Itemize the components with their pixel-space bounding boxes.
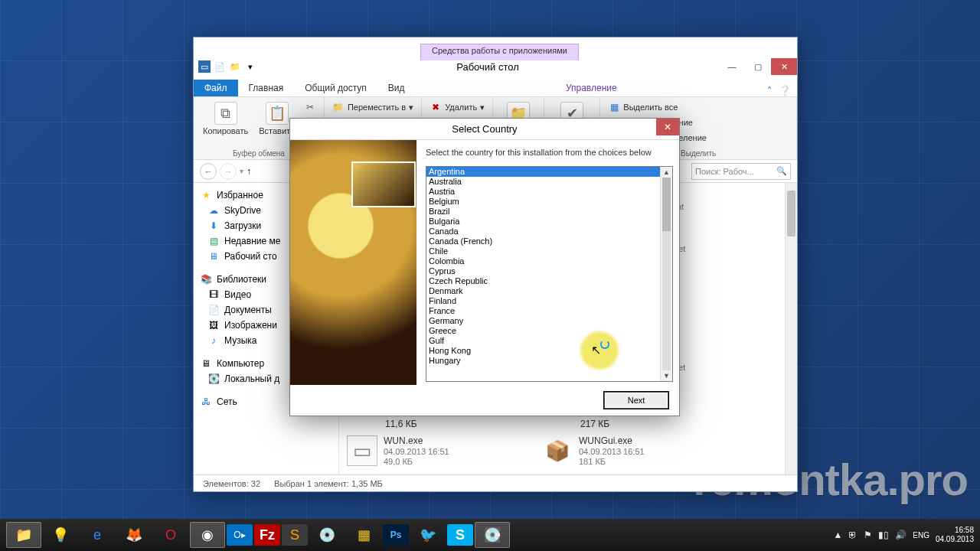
status-selection: Выбран 1 элемент: 1,35 МБ bbox=[274, 479, 383, 488]
taskbar-opera[interactable]: O bbox=[153, 522, 188, 548]
tab-home[interactable]: Главная bbox=[238, 80, 295, 96]
dialog-close-button[interactable]: ✕ bbox=[656, 119, 679, 135]
select-all-button[interactable]: ▦Выделить все bbox=[606, 100, 679, 114]
back-button[interactable]: ← bbox=[200, 163, 217, 180]
scissors-icon: ✂ bbox=[304, 101, 316, 113]
country-listbox[interactable]: ArgentinaAustraliaAustriaBelgiumBrazilBu… bbox=[426, 166, 673, 382]
country-option[interactable]: Cyprus bbox=[426, 266, 660, 276]
up-button[interactable]: ↑ bbox=[247, 166, 251, 177]
recent-icon: ▤ bbox=[207, 235, 220, 247]
next-button[interactable]: Next bbox=[604, 392, 668, 409]
country-option[interactable]: Argentina bbox=[426, 167, 660, 177]
status-item-count: Элементов: 32 bbox=[203, 479, 260, 488]
file-size-right: 217 КБ bbox=[580, 419, 609, 429]
country-option[interactable]: Australia bbox=[426, 177, 660, 187]
taskbar-firefox[interactable]: 🦊 bbox=[116, 522, 152, 548]
country-option[interactable]: Bulgaria bbox=[426, 217, 660, 227]
taskbar[interactable]: 📁 💡 e 🦊 O ◉ O▸ Fz S 💿 ▦ Ps 🐦 S 💽 ▲ ⛨ ⚑ ▮… bbox=[0, 519, 980, 551]
search-input[interactable]: Поиск: Рабоч...🔍 bbox=[691, 163, 791, 180]
tray-volume-icon[interactable]: 🔊 bbox=[895, 530, 906, 540]
scroll-down-icon[interactable]: ▼ bbox=[661, 370, 672, 381]
taskbar-twitter[interactable]: 🐦 bbox=[410, 522, 446, 548]
qat-dropdown-icon[interactable]: ▾ bbox=[244, 60, 256, 73]
delete-button[interactable]: ✖Удалить ▾ bbox=[428, 100, 486, 114]
qat-properties-icon[interactable]: 📄 bbox=[214, 60, 226, 73]
country-option[interactable]: Colombia bbox=[426, 256, 660, 266]
tray-network-icon[interactable]: ▮▯ bbox=[878, 530, 889, 540]
maximize-button[interactable]: ▢ bbox=[745, 58, 771, 75]
taskbar-tips[interactable]: 💡 bbox=[43, 522, 78, 548]
quick-access-toolbar: ▭ 📄 📁 ▾ bbox=[198, 60, 256, 73]
content-scrollbar[interactable] bbox=[785, 183, 797, 474]
cut-button[interactable]: ✂ bbox=[302, 100, 318, 114]
taskbar-explorer[interactable]: 📁 bbox=[6, 522, 41, 548]
country-option[interactable]: Hungary bbox=[426, 356, 660, 366]
move-to-button[interactable]: 📁Переместить в ▾ bbox=[331, 100, 415, 114]
history-dropdown-icon[interactable]: ▾ bbox=[240, 167, 243, 175]
country-option[interactable]: Canada (French) bbox=[426, 236, 660, 246]
dialog-titlebar[interactable]: Select Country ✕ bbox=[290, 119, 679, 140]
taskbar-filezilla[interactable]: Fz bbox=[254, 524, 280, 546]
qat-newfolder-icon[interactable]: 📁 bbox=[229, 60, 241, 73]
minimize-button[interactable]: — bbox=[719, 58, 745, 75]
system-tray[interactable]: ▲ ⛨ ⚑ ▮▯ 🔊 ENG 16:58 04.09.2013 bbox=[833, 526, 974, 544]
country-option[interactable]: Hong Kong bbox=[426, 346, 660, 356]
tab-manage[interactable]: Управление bbox=[555, 80, 628, 96]
file-wun[interactable]: ▭ WUN.exe04.09.2013 16:5149,0 КБ bbox=[347, 435, 449, 466]
context-tab-apps[interactable]: Средства работы с приложениями bbox=[420, 44, 579, 60]
country-option[interactable]: France bbox=[426, 306, 660, 316]
tray-up-icon[interactable]: ▲ bbox=[833, 530, 842, 540]
app-icon: ▭ bbox=[198, 60, 211, 73]
country-option[interactable]: Czech Republic bbox=[426, 276, 660, 286]
country-option[interactable]: Greece bbox=[426, 326, 660, 336]
computer-icon: 🖥 bbox=[200, 357, 212, 370]
file-wungui[interactable]: 📦 WUNGui.exe04.09.2013 16:51181 КБ bbox=[542, 435, 645, 466]
dialog-banner-image bbox=[290, 140, 416, 385]
tray-flag-icon[interactable]: ⚑ bbox=[864, 530, 872, 540]
forward-button[interactable]: → bbox=[220, 163, 237, 180]
libraries-icon: 📚 bbox=[200, 273, 212, 285]
country-option[interactable]: Belgium bbox=[426, 197, 660, 207]
country-option[interactable]: Austria bbox=[426, 187, 660, 197]
listbox-scrollbar[interactable]: ▲ ▼ bbox=[660, 167, 672, 381]
cursor-pointer-icon: ↖ bbox=[591, 343, 601, 357]
ribbon-collapse-icon[interactable]: ˄ bbox=[767, 85, 773, 96]
taskbar-installer[interactable]: 💽 bbox=[475, 522, 510, 548]
country-option[interactable]: Denmark bbox=[426, 286, 660, 296]
dialog-instruction: Select the country for this installation… bbox=[426, 148, 673, 157]
taskbar-chrome[interactable]: ◉ bbox=[190, 522, 225, 548]
pictures-icon: 🖼 bbox=[207, 319, 220, 331]
tray-language[interactable]: ENG bbox=[913, 531, 929, 540]
tray-shield-icon[interactable]: ⛨ bbox=[848, 530, 858, 540]
country-option[interactable]: Chile bbox=[426, 246, 660, 256]
tab-share[interactable]: Общий доступ bbox=[294, 80, 377, 96]
network-icon: 🖧 bbox=[200, 396, 212, 408]
country-option[interactable]: Brazil bbox=[426, 207, 660, 217]
scroll-up-icon[interactable]: ▲ bbox=[661, 167, 672, 178]
country-option[interactable]: Gulf bbox=[426, 336, 660, 346]
taskbar-outlook[interactable]: O▸ bbox=[227, 524, 253, 546]
taskbar-app-yellow[interactable]: ▦ bbox=[346, 522, 381, 548]
taskbar-skype[interactable]: S bbox=[447, 524, 473, 546]
folder-move-icon: 📁 bbox=[332, 101, 345, 113]
star-icon: ★ bbox=[200, 189, 212, 201]
titlebar[interactable]: ▭ 📄 📁 ▾ Рабочий стол Средства работы с п… bbox=[194, 54, 797, 79]
window-title: Рабочий стол bbox=[256, 61, 719, 73]
tray-clock[interactable]: 16:58 04.09.2013 bbox=[936, 526, 974, 544]
installer-icon: 📦 bbox=[542, 435, 573, 466]
delete-icon: ✖ bbox=[430, 101, 442, 113]
taskbar-sublime[interactable]: S bbox=[282, 524, 308, 546]
country-option[interactable]: Germany bbox=[426, 316, 660, 326]
desktop-icon: 🖥 bbox=[207, 250, 220, 262]
window-controls: — ▢ ✕ bbox=[719, 58, 797, 75]
taskbar-ie[interactable]: e bbox=[80, 522, 115, 548]
country-option[interactable]: Finland bbox=[426, 296, 660, 306]
close-button[interactable]: ✕ bbox=[771, 58, 797, 75]
tab-view[interactable]: Вид bbox=[377, 80, 416, 96]
taskbar-photoshop[interactable]: Ps bbox=[383, 524, 409, 546]
copy-button[interactable]: ⧉Копировать bbox=[200, 100, 251, 137]
country-option[interactable]: Canada bbox=[426, 227, 660, 236]
help-icon[interactable]: ❔ bbox=[779, 85, 791, 96]
tab-file[interactable]: Файл bbox=[194, 80, 238, 96]
taskbar-daemon[interactable]: 💿 bbox=[309, 522, 345, 548]
